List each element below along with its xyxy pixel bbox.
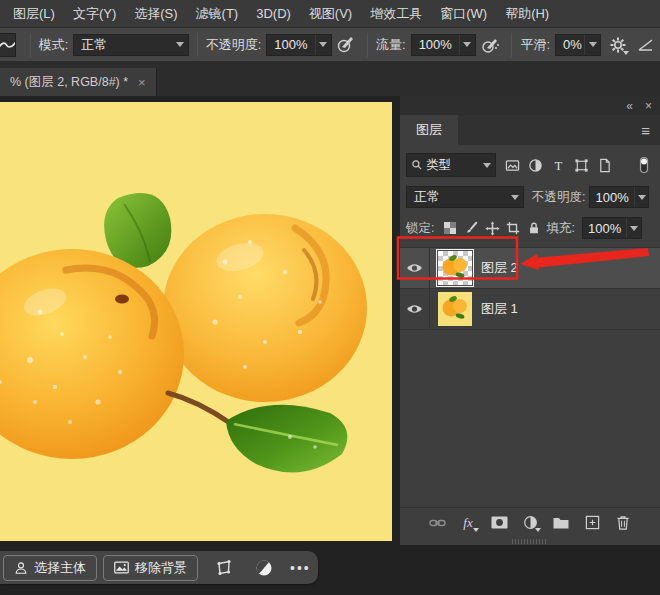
layer-thumbnail[interactable]	[438, 251, 472, 285]
separator	[30, 33, 31, 57]
menu-select[interactable]: 选择(S)	[125, 0, 186, 28]
filter-type-layers-button[interactable]: T	[548, 155, 569, 176]
lock-transparency-button[interactable]	[441, 219, 459, 237]
separator	[367, 33, 368, 57]
menu-view[interactable]: 视图(V)	[300, 0, 361, 28]
chevron-down-icon[interactable]	[584, 35, 600, 55]
lock-all-button[interactable]	[525, 219, 543, 237]
blend-mode-select[interactable]: 正常	[73, 34, 188, 56]
transform-icon	[214, 558, 234, 578]
layer-thumbnail[interactable]	[438, 292, 472, 326]
airbrush-button[interactable]	[479, 34, 501, 56]
eye-icon	[406, 303, 423, 315]
toggle-icon	[638, 156, 650, 174]
select-subject-button[interactable]: 选择主体	[3, 555, 97, 581]
peaches-image	[0, 102, 392, 541]
fill-input[interactable]: 100%	[582, 217, 642, 239]
link-layers-button[interactable]	[428, 514, 446, 532]
chevron-down-icon[interactable]	[315, 35, 331, 55]
peaches-thumb-icon	[438, 292, 472, 326]
fill-value: 100%	[583, 221, 626, 236]
panel-resize-handle[interactable]	[400, 537, 660, 545]
smoothing-input[interactable]: 0%	[555, 34, 601, 56]
filter-adjustment-layers-button[interactable]	[525, 155, 546, 176]
smoothing-value: 0%	[556, 37, 584, 52]
menu-type[interactable]: 文字(Y)	[64, 0, 125, 28]
layer-blend-mode-value: 正常	[407, 188, 507, 206]
transform-image-button[interactable]	[213, 557, 235, 579]
brush-stroke-icon	[0, 36, 15, 54]
smoothing-options-button[interactable]	[607, 34, 629, 56]
new-layer-button[interactable]	[583, 514, 601, 532]
panel-tab-row: 图层 ≡	[400, 115, 660, 145]
visibility-toggle[interactable]	[400, 248, 430, 289]
document-tab[interactable]: % (图层 2, RGB/8#) * ×	[0, 68, 157, 96]
menu-filter[interactable]: 滤镜(T)	[187, 0, 248, 28]
filter-pixel-layers-button[interactable]	[502, 155, 523, 176]
fx-icon: fx	[463, 515, 472, 531]
lock-position-button[interactable]	[483, 219, 501, 237]
layer-name[interactable]: 图层 2	[481, 259, 518, 277]
layer-opacity-label: 不透明度:	[532, 189, 585, 206]
visibility-toggle[interactable]	[400, 289, 430, 330]
new-group-button[interactable]	[552, 514, 570, 532]
close-tab-icon[interactable]: ×	[138, 75, 146, 90]
canvas-area[interactable]	[0, 102, 392, 541]
layer-opacity-input[interactable]: 100%	[589, 186, 649, 208]
brush-preset-picker[interactable]	[0, 33, 16, 57]
smoothing-label: 平滑:	[520, 36, 550, 54]
layer-name[interactable]: 图层 1	[481, 300, 518, 318]
lock-pixels-button[interactable]	[462, 219, 480, 237]
opacity-input[interactable]: 100%	[266, 34, 331, 56]
pressure-opacity-button[interactable]	[335, 34, 357, 56]
collapse-panel-icon[interactable]: «	[626, 99, 633, 113]
panel-footer: fx	[400, 507, 660, 537]
add-adjustment-layer-button[interactable]	[521, 514, 539, 532]
flow-input[interactable]: 100%	[411, 34, 476, 56]
layer-blend-mode-select[interactable]: 正常	[406, 186, 524, 208]
chevron-down-icon[interactable]	[634, 187, 649, 207]
more-options-button[interactable]: •••	[290, 560, 311, 576]
create-adjustment-button[interactable]	[253, 557, 275, 579]
tab-layers[interactable]: 图层	[400, 115, 458, 145]
brush-angle-button[interactable]	[636, 34, 658, 56]
lock-artboard-button[interactable]	[504, 219, 522, 237]
document-title: % (图层 2, RGB/8#) *	[10, 74, 128, 91]
svg-text:T: T	[555, 158, 563, 172]
layer-row-2[interactable]: 图层 2	[400, 248, 660, 289]
lock-icon	[527, 221, 541, 235]
half-circle-icon	[255, 559, 273, 577]
contextual-task-bar: 选择主体 移除背景 •••	[0, 551, 318, 584]
chevron-down-icon	[507, 187, 523, 207]
menu-plugins[interactable]: 增效工具	[361, 0, 431, 28]
separator	[511, 33, 512, 57]
menu-layer[interactable]: 图层(L)	[4, 0, 64, 28]
panel-empty-area	[400, 330, 660, 507]
filter-type-select[interactable]: 类型	[406, 153, 496, 177]
menu-3d[interactable]: 3D(D)	[247, 0, 300, 28]
filter-shape-layers-button[interactable]	[571, 155, 592, 176]
airbrush-icon	[480, 35, 500, 55]
text-icon: T	[551, 158, 566, 173]
add-layer-mask-button[interactable]	[490, 514, 508, 532]
menu-window[interactable]: 窗口(W)	[431, 0, 496, 28]
layer-effects-button[interactable]: fx	[459, 514, 477, 532]
chevron-down-icon	[623, 51, 629, 55]
panel-header: « ×	[400, 96, 660, 115]
blend-mode-value: 正常	[74, 36, 171, 54]
delete-layer-button[interactable]	[614, 514, 632, 532]
menu-help[interactable]: 帮助(H)	[496, 0, 558, 28]
opacity-value: 100%	[267, 37, 314, 52]
checkerboard-icon	[443, 221, 457, 235]
filter-toggle-switch[interactable]	[633, 155, 654, 176]
chevron-down-icon[interactable]	[626, 218, 641, 238]
panel-menu-icon[interactable]: ≡	[641, 122, 650, 139]
chevron-down-icon[interactable]	[459, 35, 475, 55]
remove-background-button[interactable]: 移除背景	[103, 555, 198, 581]
filter-smart-objects-button[interactable]	[594, 155, 615, 176]
close-panel-icon[interactable]: ×	[645, 99, 652, 113]
brush-icon	[464, 221, 478, 235]
layer-row-1[interactable]: 图层 1	[400, 289, 660, 330]
layers-panel: « × 图层 ≡ 类型 T	[400, 96, 660, 545]
separator	[197, 33, 198, 57]
